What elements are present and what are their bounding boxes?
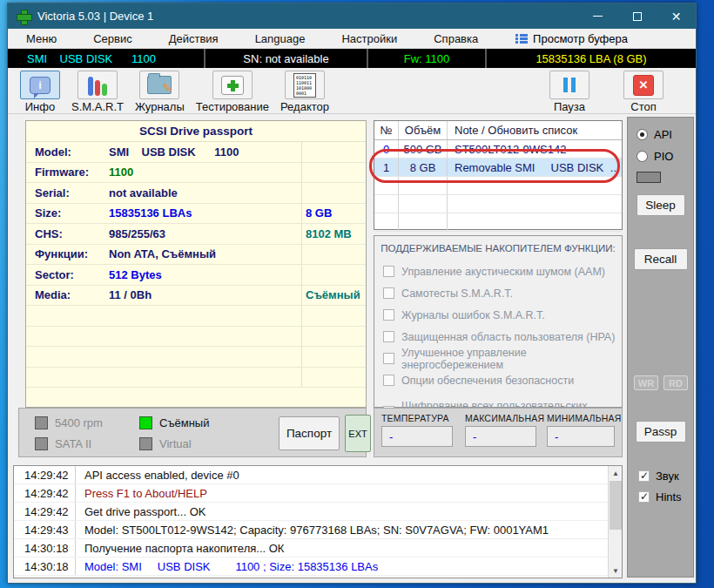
buffer-view-button[interactable]: Просмотр буфера (515, 32, 628, 45)
field-label: Media: (26, 288, 109, 301)
editor-tab-button[interactable]: 010110 110011 101000 0001 Редактор (280, 71, 329, 113)
sound-checkbox[interactable]: Звук (638, 470, 679, 483)
field-extra (301, 163, 366, 183)
menu-item-help[interactable]: Справка (415, 32, 496, 45)
feature-aam: Управление акустическим шумом (AAM) (383, 260, 622, 282)
pause-label: Пауза (554, 100, 585, 113)
close-button[interactable]: ✕ (657, 3, 696, 29)
feature-security: Опции обеспечения безопасности (383, 369, 622, 391)
temperature-panel: ТЕМПЕРАТУРА - МАКСИМАЛЬНАЯ - МИНИМАЛЬНАЯ… (374, 408, 623, 457)
feature-power-mgmt: Улучшенное управление энергосбережением (383, 348, 622, 369)
drive-passport-table: SCSI Drive passport Model: SMI USB DISK … (25, 120, 367, 408)
checkbox-unchecked[interactable] (383, 309, 394, 321)
device-empty-row (374, 213, 622, 232)
log-entry: 14:29:42 Press F1 to About/HELP (14, 484, 622, 503)
temperature-max: МАКСИМАЛЬНАЯ - (465, 413, 544, 447)
titlebar: Victoria 5.03 | Device 1 ✕ (8, 3, 696, 29)
sleep-button[interactable]: Sleep (637, 194, 685, 216)
scroll-up-icon[interactable]: ▲ (609, 466, 623, 480)
field-extra (301, 265, 366, 285)
maximize-icon (633, 12, 642, 21)
checkbox-unchecked[interactable] (383, 287, 394, 299)
toolbar: i Инфо S.M.A.R.T Журналы Тестирование 01… (8, 68, 696, 114)
field-extra (301, 142, 366, 162)
checkbox-unchecked[interactable] (383, 375, 394, 386)
checkbox-unchecked[interactable] (383, 353, 394, 364)
log-entry: 14:29:42 API access enabled, device #0 (14, 466, 622, 484)
menu-item-settings[interactable]: Настройки (323, 32, 415, 45)
scroll-thumb[interactable] (610, 481, 622, 530)
passport-button[interactable]: Паспорт (279, 416, 340, 450)
hints-checkbox[interactable]: Hints (638, 490, 682, 504)
passport-row-serial: Serial: not available (26, 183, 366, 204)
feature-smart-selftests: Самотесты S.M.A.R.T. (383, 282, 622, 304)
log-scrollbar[interactable]: ▲ ▼ (608, 466, 622, 578)
field-label: Size: (26, 206, 109, 220)
log-entry: 14:30:18 Model: SMI USB DISK 1100 ; Size… (14, 558, 622, 576)
col-num: № (374, 121, 399, 139)
menu-item-menu[interactable]: Меню (8, 32, 75, 45)
passp-button[interactable]: Passp (636, 421, 686, 443)
journals-tab-button[interactable]: Журналы (135, 71, 185, 113)
field-extra (301, 183, 366, 203)
minimize-button[interactable] (578, 3, 617, 29)
pause-icon (563, 78, 576, 92)
checkbox-unchecked[interactable] (383, 331, 394, 342)
field-value: 512 Bytes (109, 268, 301, 281)
scroll-down-icon[interactable]: ▼ (609, 564, 623, 578)
passport-row-firmware: Firmware: 1100 (26, 163, 366, 184)
drive-indicators-panel: 5400 rpm SATA II Съёмный Virtual Паспорт… (18, 408, 367, 457)
field-label: Sector: (26, 268, 109, 281)
feature-smart-logs: Журналы ошибок S.M.A.R.T. (383, 304, 622, 326)
pio-radio[interactable]: PIO (637, 150, 673, 163)
recall-button[interactable]: Recall (634, 248, 688, 270)
checkbox-unchecked[interactable] (383, 266, 394, 277)
wr-button[interactable]: WR (634, 375, 658, 390)
journals-tab-label: Журналы (135, 100, 185, 113)
field-value: 1100 (109, 166, 301, 179)
field-value: 15835136 LBAs (109, 206, 301, 220)
log-entry: 14:29:43 Model: ST500LT012-9WS142; Capac… (14, 521, 622, 539)
field-value: not available (109, 186, 301, 199)
folder-edit-icon (147, 76, 172, 94)
log-entry: 14:29:42 Get drive passport... OK (14, 503, 622, 521)
smart-tab-button[interactable]: S.M.A.R.T (71, 71, 124, 113)
ext-button[interactable]: EXT (345, 415, 371, 452)
led-off (35, 416, 48, 429)
field-label: Serial: (26, 186, 109, 199)
field-extra: Съёмный (301, 286, 366, 306)
menu-item-service[interactable]: Сервис (75, 32, 151, 45)
device-row-1-selected[interactable]: 1 8 GB Removable SMI USB DISK .. (374, 159, 622, 177)
rd-button[interactable]: RD (663, 375, 688, 390)
maximize-button[interactable] (617, 3, 657, 29)
indicator-removable: Съёмный (139, 416, 209, 429)
device-list-header[interactable]: № Объём Note / Обновить список (374, 121, 622, 140)
smart-tab-label: S.M.A.R.T (71, 100, 124, 113)
log-panel: 14:29:42 API access enabled, device #0 1… (13, 465, 623, 578)
stop-icon: ✕ (633, 75, 654, 96)
info-tab-button[interactable]: i Инфо (20, 71, 60, 113)
field-extra (301, 245, 366, 265)
stop-button[interactable]: ✕ Стоп (623, 71, 663, 113)
menu-item-actions[interactable]: Действия (151, 32, 237, 45)
api-radio[interactable]: API (637, 128, 672, 141)
indicator-sata2: SATA II (35, 437, 91, 450)
testing-tab-button[interactable]: Тестирование (196, 71, 269, 113)
passport-row-chs: CHS: 985/255/63 8102 MB (26, 224, 366, 245)
menu-item-language[interactable]: Language (237, 32, 324, 45)
features-title: ПОДДЕРЖИВАЕМЫЕ НАКОПИТЕЛЕМ ФУНКЦИИ: (374, 243, 622, 253)
temperature-current: ТЕМПЕРАТУРА - (381, 413, 453, 447)
field-extra: 8 GB (301, 204, 366, 224)
info-icon: i (30, 77, 51, 94)
checkbox-checked (638, 491, 650, 503)
pause-button[interactable]: Пауза (549, 71, 589, 113)
device-row-0[interactable]: 0 500 GB ST500LT012-9WS142 (374, 140, 622, 159)
supported-features-panel: ПОДДЕРЖИВАЕМЫЕ НАКОПИТЕЛЕМ ФУНКЦИИ: Упра… (374, 235, 623, 408)
led-on (139, 416, 152, 429)
passport-row-size: Size: 15835136 LBAs 8 GB (26, 204, 366, 225)
window-title: Victoria 5.03 | Device 1 (37, 10, 153, 23)
status-model: SMI USB DISK 1100 (8, 49, 204, 68)
activity-indicator-box (637, 172, 661, 183)
close-icon: ✕ (671, 10, 682, 23)
field-label: CHS: (26, 227, 109, 240)
